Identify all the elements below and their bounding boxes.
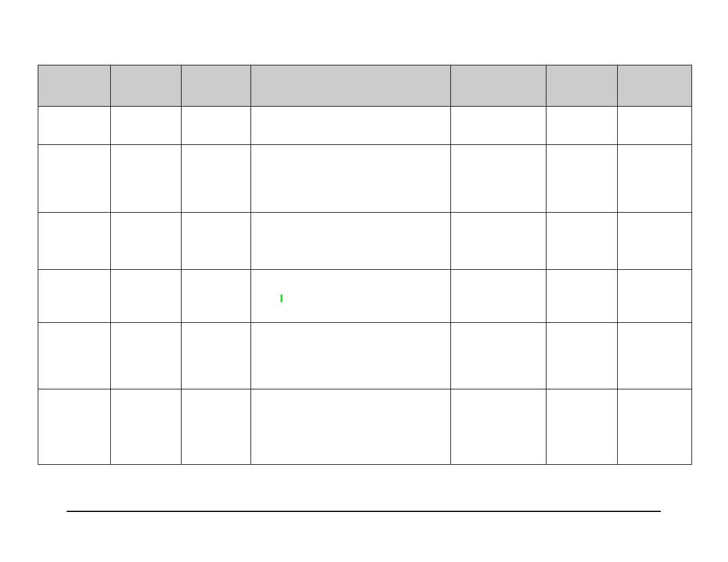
table-row (38, 323, 692, 389)
table-cell (111, 389, 182, 465)
table-row (38, 389, 692, 465)
table-cell (111, 323, 182, 389)
table-cell (451, 107, 546, 145)
table-cell (451, 145, 546, 213)
table-cell (182, 270, 251, 323)
table-cell (111, 107, 182, 145)
table-cell (38, 389, 111, 465)
table-cell (251, 107, 451, 145)
table-cell (451, 323, 546, 389)
table-cell (451, 270, 546, 323)
table-cell (38, 213, 111, 270)
table-row (38, 213, 692, 270)
highlight-mark: I (280, 293, 283, 305)
table-cell (546, 107, 618, 145)
table-header-cell (111, 65, 182, 107)
table-cell (618, 389, 692, 465)
table-header-cell (182, 65, 251, 107)
table-cell (182, 213, 251, 270)
table-header-cell (38, 65, 111, 107)
table-cell (182, 389, 251, 465)
table-cell (618, 145, 692, 213)
table-cell: I (251, 270, 451, 323)
table-header-row (38, 65, 692, 107)
horizontal-rule (67, 511, 661, 512)
table-row (38, 107, 692, 145)
table-cell (182, 107, 251, 145)
table-cell (111, 145, 182, 213)
table-cell (546, 270, 618, 323)
table-row: I (38, 270, 692, 323)
table-cell (618, 107, 692, 145)
table-cell (38, 145, 111, 213)
table-cell (38, 107, 111, 145)
page: I (0, 0, 728, 562)
table-cell (618, 323, 692, 389)
table-header-cell (618, 65, 692, 107)
table-cell (111, 270, 182, 323)
table-row (38, 145, 692, 213)
table-cell (546, 323, 618, 389)
table-cell (251, 323, 451, 389)
table-cell (618, 270, 692, 323)
table-cell (546, 213, 618, 270)
table-cell (38, 270, 111, 323)
data-table: I (38, 65, 692, 465)
table-cell (546, 389, 618, 465)
table-cell (182, 323, 251, 389)
table-cell (251, 213, 451, 270)
table-cell (251, 389, 451, 465)
table-cell (451, 213, 546, 270)
table-cell (38, 323, 111, 389)
table-cell (111, 213, 182, 270)
table-header-cell (451, 65, 546, 107)
table-header-cell (251, 65, 451, 107)
table-cell (182, 145, 251, 213)
table-cell (451, 389, 546, 465)
table-header-cell (546, 65, 618, 107)
table-cell (618, 213, 692, 270)
table-cell (546, 145, 618, 213)
table-cell (251, 145, 451, 213)
